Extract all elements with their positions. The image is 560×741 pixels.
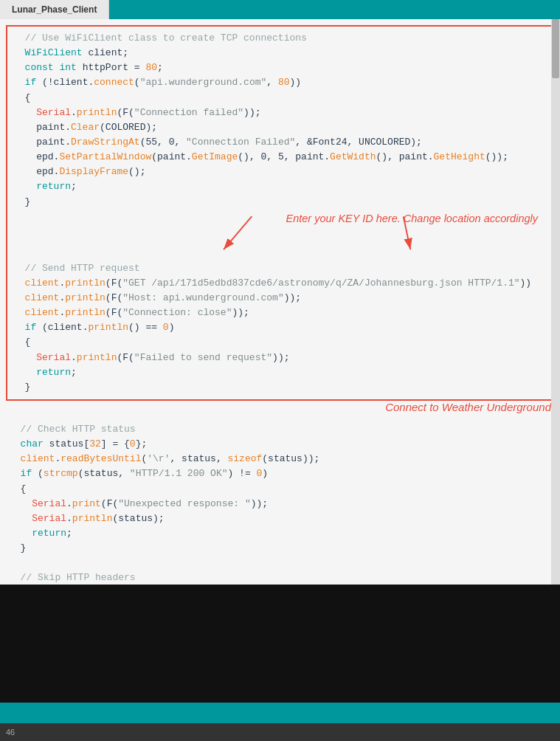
title-tab[interactable]: Lunar_Phase_Client xyxy=(0,0,109,19)
connect-label: Connect to Weather Underground xyxy=(0,401,560,413)
status-bar: 46 xyxy=(0,723,560,741)
bottom-bar xyxy=(0,703,560,723)
highlighted-code-box: // Use WiFiClient class to create TCP co… xyxy=(6,25,554,401)
code-block-1: // Use WiFiClient class to create TCP co… xyxy=(13,31,547,210)
key-id-note: Enter your KEY ID here. Change location … xyxy=(286,213,538,224)
svg-line-2 xyxy=(224,216,252,249)
line-number: 46 xyxy=(6,728,15,737)
title-bar: Lunar_Phase_Client xyxy=(0,0,560,19)
code-block-1b: // Send HTTP request client.println(F("G… xyxy=(13,261,547,395)
tab-label: Lunar_Phase_Client xyxy=(12,4,97,15)
annotation-container: Enter your KEY ID here. Change location … xyxy=(19,210,541,261)
terminal-black xyxy=(0,585,560,703)
scrollbar-thumb[interactable] xyxy=(552,19,559,78)
